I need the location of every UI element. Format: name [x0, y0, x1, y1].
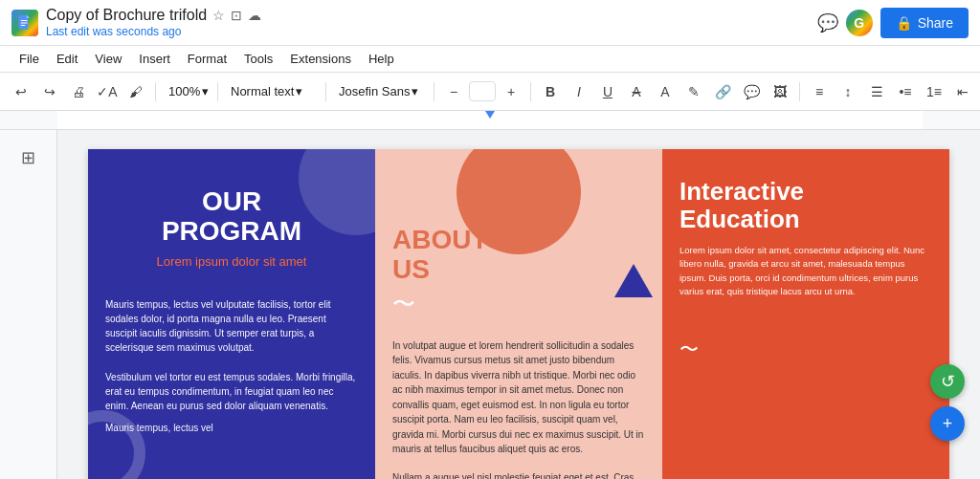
- lock-icon: 🔒: [896, 15, 912, 31]
- separator6: [799, 82, 800, 101]
- undo-button[interactable]: ↩: [8, 78, 34, 105]
- zoom-dropdown[interactable]: 100% ▾: [162, 78, 212, 105]
- sidebar-layout-icon[interactable]: ⊞: [15, 142, 41, 174]
- panel1-body2: Vestibulum vel tortor eu est tempus soda…: [105, 370, 358, 413]
- menu-extensions[interactable]: Extensions: [282, 50, 359, 68]
- sidebar: ⊞: [0, 130, 57, 479]
- cloud-icon[interactable]: ☁: [248, 8, 261, 23]
- separator4: [434, 82, 434, 101]
- strikethrough-button[interactable]: A: [623, 78, 650, 105]
- menu-help[interactable]: Help: [361, 50, 402, 68]
- panel1-body3: Mauris tempus, lectus vel: [105, 421, 358, 435]
- paint-format-button[interactable]: 🖌: [122, 78, 149, 105]
- panel3-title: InteractiveEducation: [679, 178, 932, 232]
- ruler: [0, 111, 980, 130]
- doc-title-row: Copy of Brochure trifold ☆ ⊡ ☁: [46, 7, 810, 24]
- panel2-body2: Nullam a augue vel nisl molestie feugiat…: [392, 470, 645, 479]
- panel-program: OURPROGRAM Lorem ipsum dolor sit amet Ma…: [88, 149, 375, 479]
- last-edit[interactable]: Last edit was seconds ago: [46, 25, 810, 38]
- separator2: [217, 82, 218, 101]
- separator1: [155, 82, 156, 101]
- fab-blue-button[interactable]: +: [930, 406, 965, 441]
- panel3-wavy: 〜: [679, 337, 932, 362]
- star-icon[interactable]: ☆: [212, 8, 225, 23]
- canvas-area[interactable]: OURPROGRAM Lorem ipsum dolor sit amet Ma…: [57, 130, 980, 479]
- main-area: ⊞ OURPROGRAM Lorem ipsum dolor sit amet …: [0, 130, 980, 479]
- ruler-bar: [57, 111, 923, 129]
- panel3-body: Lorem ipsum dolor sit amet, consectetur …: [679, 244, 932, 298]
- panel2-title: ABOUTUS: [392, 226, 645, 285]
- align-button[interactable]: ≡: [806, 78, 833, 105]
- panel1-body1: Mauris tempus, lectus vel vulputate faci…: [105, 297, 358, 355]
- top-right: 💬 G 🔒 Share: [817, 8, 969, 38]
- separator5: [530, 82, 531, 101]
- redo-button[interactable]: ↪: [36, 78, 63, 105]
- comment-button[interactable]: 💬: [738, 78, 765, 105]
- drive-icon[interactable]: ⊡: [231, 8, 242, 23]
- text-color-button[interactable]: A: [652, 78, 679, 105]
- list-button[interactable]: ☰: [863, 78, 890, 105]
- style-dropdown[interactable]: Normal text ▾: [224, 78, 320, 105]
- menu-view[interactable]: View: [87, 50, 129, 68]
- decrease-indent-button[interactable]: ⇤: [949, 78, 976, 105]
- doc-title[interactable]: Copy of Brochure trifold: [46, 7, 207, 24]
- share-button[interactable]: 🔒 Share: [880, 8, 969, 38]
- app-icon: [11, 10, 38, 36]
- fab-green-button[interactable]: ↺: [930, 364, 965, 399]
- panel2-wavy: 〜: [392, 289, 645, 319]
- bold-button[interactable]: B: [537, 78, 564, 105]
- print-button[interactable]: 🖨: [65, 78, 92, 105]
- document: OURPROGRAM Lorem ipsum dolor sit amet Ma…: [88, 149, 949, 479]
- bullet-list-button[interactable]: •≡: [892, 78, 919, 105]
- menu-bar: File Edit View Insert Format Tools Exten…: [0, 46, 980, 73]
- doc-title-area: Copy of Brochure trifold ☆ ⊡ ☁ Last edit…: [46, 7, 810, 38]
- line-spacing-button[interactable]: ↕: [835, 78, 861, 105]
- menu-format[interactable]: Format: [180, 50, 234, 68]
- spell-check-button[interactable]: ✓A: [94, 78, 121, 105]
- toolbar: ↩ ↪ 🖨 ✓A 🖌 100% ▾ Normal text ▾ Josefin …: [0, 73, 980, 111]
- font-size-input[interactable]: 6: [469, 81, 496, 101]
- panel2-body: In volutpat augue et lorem hendrerit sol…: [392, 338, 645, 457]
- top-bar: Copy of Brochure trifold ☆ ⊡ ☁ Last edit…: [0, 0, 980, 46]
- increase-font-button[interactable]: +: [498, 78, 524, 105]
- numbered-list-button[interactable]: 1≡: [921, 78, 947, 105]
- comments-button[interactable]: 💬: [817, 12, 838, 33]
- highlight-button[interactable]: ✎: [680, 78, 707, 105]
- meet-icon[interactable]: G: [846, 10, 873, 36]
- menu-insert[interactable]: Insert: [131, 50, 178, 68]
- panel1-title: OURPROGRAM: [105, 187, 358, 247]
- underline-button[interactable]: U: [594, 78, 621, 105]
- right-buttons: ↺ +: [930, 364, 969, 441]
- menu-file[interactable]: File: [11, 50, 47, 68]
- link-button[interactable]: 🔗: [709, 78, 736, 105]
- menu-edit[interactable]: Edit: [49, 50, 85, 68]
- font-dropdown[interactable]: Josefin Sans ▾: [332, 78, 428, 105]
- separator3: [325, 82, 326, 101]
- ruler-triangle: [485, 111, 495, 119]
- panel-about: ABOUTUS 〜 In volutpat augue et lorem hen…: [375, 149, 662, 479]
- menu-tools[interactable]: Tools: [236, 50, 280, 68]
- decrease-font-button[interactable]: −: [440, 78, 467, 105]
- italic-button[interactable]: I: [566, 78, 592, 105]
- insert-image-button[interactable]: 🖼: [767, 78, 793, 105]
- panel1-subtitle: Lorem ipsum dolor sit amet: [105, 254, 358, 269]
- panel-interactive: InteractiveEducation Lorem ipsum dolor s…: [662, 149, 949, 479]
